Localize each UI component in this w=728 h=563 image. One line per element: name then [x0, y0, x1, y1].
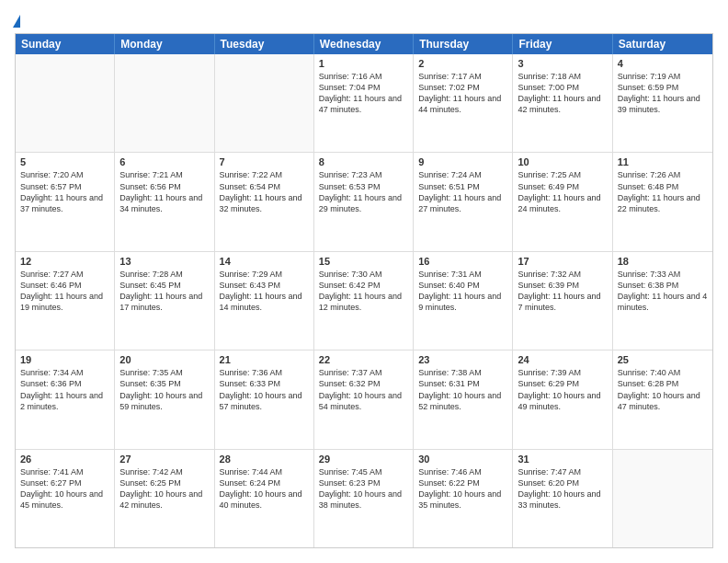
day-number: 5	[20, 156, 109, 167]
day-cell-17: 17Sunrise: 7:32 AM Sunset: 6:39 PM Dayli…	[513, 252, 612, 350]
weeks-container: 1Sunrise: 7:16 AM Sunset: 7:04 PM Daylig…	[16, 54, 712, 547]
day-number: 29	[319, 454, 408, 465]
day-info: Sunrise: 7:38 AM Sunset: 6:31 PM Dayligh…	[418, 367, 507, 412]
day-number: 30	[418, 454, 507, 465]
day-cell-24: 24Sunrise: 7:39 AM Sunset: 6:29 PM Dayli…	[513, 350, 612, 448]
day-info: Sunrise: 7:39 AM Sunset: 6:29 PM Dayligh…	[518, 367, 607, 412]
day-cell-15: 15Sunrise: 7:30 AM Sunset: 6:42 PM Dayli…	[314, 252, 414, 350]
day-cell-27: 27Sunrise: 7:42 AM Sunset: 6:25 PM Dayli…	[115, 450, 214, 547]
day-cell-4: 4Sunrise: 7:19 AM Sunset: 6:59 PM Daylig…	[613, 54, 712, 152]
day-cell-20: 20Sunrise: 7:35 AM Sunset: 6:35 PM Dayli…	[115, 350, 214, 448]
day-number: 16	[418, 256, 507, 267]
day-number: 14	[220, 256, 309, 267]
day-cell-8: 8Sunrise: 7:23 AM Sunset: 6:53 PM Daylig…	[314, 153, 414, 250]
day-number: 4	[618, 58, 708, 69]
header	[15, 15, 713, 26]
day-cell-22: 22Sunrise: 7:37 AM Sunset: 6:32 PM Dayli…	[314, 350, 414, 448]
day-header-thursday: Thursday	[414, 34, 513, 54]
day-cell-25: 25Sunrise: 7:40 AM Sunset: 6:28 PM Dayli…	[613, 350, 712, 448]
day-info: Sunrise: 7:22 AM Sunset: 6:54 PM Dayligh…	[220, 169, 309, 214]
day-cell-30: 30Sunrise: 7:46 AM Sunset: 6:22 PM Dayli…	[414, 450, 513, 547]
day-number: 10	[518, 156, 607, 167]
day-number: 13	[119, 256, 209, 267]
day-info: Sunrise: 7:24 AM Sunset: 6:51 PM Dayligh…	[418, 169, 507, 214]
day-info: Sunrise: 7:42 AM Sunset: 6:25 PM Dayligh…	[119, 466, 209, 511]
day-cell-29: 29Sunrise: 7:45 AM Sunset: 6:23 PM Dayli…	[314, 450, 414, 547]
day-cell-16: 16Sunrise: 7:31 AM Sunset: 6:40 PM Dayli…	[414, 252, 513, 350]
week-row-1: 1Sunrise: 7:16 AM Sunset: 7:04 PM Daylig…	[16, 54, 712, 153]
day-cell-10: 10Sunrise: 7:25 AM Sunset: 6:49 PM Dayli…	[513, 153, 612, 250]
day-header-friday: Friday	[513, 34, 612, 54]
day-header-saturday: Saturday	[613, 34, 712, 54]
day-info: Sunrise: 7:47 AM Sunset: 6:20 PM Dayligh…	[518, 466, 607, 511]
day-number: 20	[119, 354, 209, 365]
day-info: Sunrise: 7:41 AM Sunset: 6:27 PM Dayligh…	[20, 466, 109, 511]
day-cell-21: 21Sunrise: 7:36 AM Sunset: 6:33 PM Dayli…	[215, 350, 314, 448]
week-row-2: 5Sunrise: 7:20 AM Sunset: 6:57 PM Daylig…	[16, 153, 712, 251]
day-cell-1: 1Sunrise: 7:16 AM Sunset: 7:04 PM Daylig…	[314, 54, 414, 152]
day-info: Sunrise: 7:37 AM Sunset: 6:32 PM Dayligh…	[319, 367, 408, 412]
day-header-tuesday: Tuesday	[215, 34, 314, 54]
day-cell-26: 26Sunrise: 7:41 AM Sunset: 6:27 PM Dayli…	[16, 450, 115, 547]
day-info: Sunrise: 7:35 AM Sunset: 6:35 PM Dayligh…	[119, 367, 209, 412]
day-number: 15	[319, 256, 408, 267]
day-info: Sunrise: 7:34 AM Sunset: 6:36 PM Dayligh…	[20, 367, 109, 412]
day-cell-11: 11Sunrise: 7:26 AM Sunset: 6:48 PM Dayli…	[613, 153, 712, 250]
day-info: Sunrise: 7:30 AM Sunset: 6:42 PM Dayligh…	[319, 269, 408, 314]
day-cell-empty	[16, 54, 115, 152]
day-number: 18	[618, 256, 708, 267]
calendar-page: SundayMondayTuesdayWednesdayThursdayFrid…	[0, 0, 728, 563]
day-cell-28: 28Sunrise: 7:44 AM Sunset: 6:24 PM Dayli…	[215, 450, 314, 547]
day-info: Sunrise: 7:20 AM Sunset: 6:57 PM Dayligh…	[20, 169, 109, 214]
day-number: 24	[518, 354, 607, 365]
day-number: 28	[220, 454, 309, 465]
day-cell-empty	[215, 54, 314, 152]
day-cell-7: 7Sunrise: 7:22 AM Sunset: 6:54 PM Daylig…	[215, 153, 314, 250]
day-number: 11	[618, 156, 708, 167]
day-number: 23	[418, 354, 507, 365]
day-cell-18: 18Sunrise: 7:33 AM Sunset: 6:38 PM Dayli…	[613, 252, 712, 350]
week-row-4: 19Sunrise: 7:34 AM Sunset: 6:36 PM Dayli…	[16, 350, 712, 449]
day-number: 17	[518, 256, 607, 267]
week-row-5: 26Sunrise: 7:41 AM Sunset: 6:27 PM Dayli…	[16, 450, 712, 547]
day-info: Sunrise: 7:40 AM Sunset: 6:28 PM Dayligh…	[618, 367, 708, 412]
day-cell-13: 13Sunrise: 7:28 AM Sunset: 6:45 PM Dayli…	[115, 252, 214, 350]
day-info: Sunrise: 7:29 AM Sunset: 6:43 PM Dayligh…	[220, 269, 309, 314]
day-number: 2	[418, 58, 507, 69]
day-info: Sunrise: 7:26 AM Sunset: 6:48 PM Dayligh…	[618, 169, 708, 214]
day-cell-6: 6Sunrise: 7:21 AM Sunset: 6:56 PM Daylig…	[115, 153, 214, 250]
day-cell-12: 12Sunrise: 7:27 AM Sunset: 6:46 PM Dayli…	[16, 252, 115, 350]
day-number: 31	[518, 454, 607, 465]
day-header-wednesday: Wednesday	[314, 34, 414, 54]
day-info: Sunrise: 7:33 AM Sunset: 6:38 PM Dayligh…	[618, 269, 708, 314]
day-cell-19: 19Sunrise: 7:34 AM Sunset: 6:36 PM Dayli…	[16, 350, 115, 448]
day-number: 1	[319, 58, 408, 69]
day-info: Sunrise: 7:28 AM Sunset: 6:45 PM Dayligh…	[119, 269, 209, 314]
day-info: Sunrise: 7:44 AM Sunset: 6:24 PM Dayligh…	[220, 466, 309, 511]
day-cell-23: 23Sunrise: 7:38 AM Sunset: 6:31 PM Dayli…	[414, 350, 513, 448]
day-number: 12	[20, 256, 109, 267]
day-cell-2: 2Sunrise: 7:17 AM Sunset: 7:02 PM Daylig…	[414, 54, 513, 152]
week-row-3: 12Sunrise: 7:27 AM Sunset: 6:46 PM Dayli…	[16, 252, 712, 350]
day-info: Sunrise: 7:46 AM Sunset: 6:22 PM Dayligh…	[418, 466, 507, 511]
day-number: 8	[319, 156, 408, 167]
day-info: Sunrise: 7:25 AM Sunset: 6:49 PM Dayligh…	[518, 169, 607, 214]
day-number: 6	[119, 156, 209, 167]
day-number: 7	[220, 156, 309, 167]
day-number: 21	[220, 354, 309, 365]
day-info: Sunrise: 7:45 AM Sunset: 6:23 PM Dayligh…	[319, 466, 408, 511]
day-cell-31: 31Sunrise: 7:47 AM Sunset: 6:20 PM Dayli…	[513, 450, 612, 547]
day-info: Sunrise: 7:21 AM Sunset: 6:56 PM Dayligh…	[119, 169, 209, 214]
day-cell-9: 9Sunrise: 7:24 AM Sunset: 6:51 PM Daylig…	[414, 153, 513, 250]
day-info: Sunrise: 7:32 AM Sunset: 6:39 PM Dayligh…	[518, 269, 607, 314]
day-number: 26	[20, 454, 109, 465]
day-number: 25	[618, 354, 708, 365]
day-cell-3: 3Sunrise: 7:18 AM Sunset: 7:00 PM Daylig…	[513, 54, 612, 152]
day-number: 22	[319, 354, 408, 365]
logo-triangle-icon	[13, 15, 20, 28]
calendar-grid: SundayMondayTuesdayWednesdayThursdayFrid…	[15, 33, 713, 548]
day-headers-row: SundayMondayTuesdayWednesdayThursdayFrid…	[16, 34, 712, 54]
day-header-monday: Monday	[115, 34, 214, 54]
day-number: 9	[418, 156, 507, 167]
day-cell-empty	[115, 54, 214, 152]
